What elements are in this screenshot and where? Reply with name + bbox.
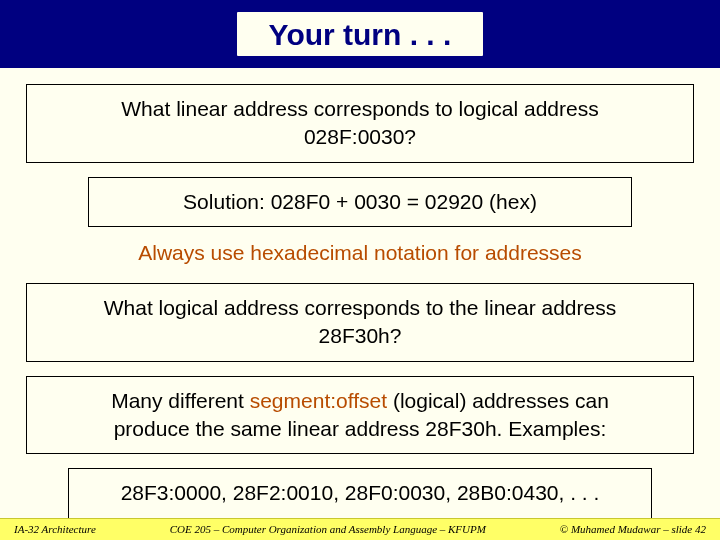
solution-box: Solution: 028F0 + 0030 = 02920 (hex): [88, 177, 632, 227]
solution-text: Solution: 028F0 + 0030 = 02920 (hex): [183, 190, 537, 213]
title-bar: Your turn . . .: [0, 0, 720, 68]
answer-2-line2: produce the same linear address 28F30h. …: [114, 417, 607, 440]
slide-content: What linear address corresponds to logic…: [0, 68, 720, 519]
examples-text: 28F3:0000, 28F2:0010, 28F0:0030, 28B0:04…: [121, 481, 600, 504]
emphasis-note: Always use hexadecimal notation for addr…: [26, 241, 694, 265]
footer-bar: IA-32 Architecture COE 205 – Computer Or…: [0, 518, 720, 540]
footer-center: COE 205 – Computer Organization and Asse…: [96, 523, 560, 535]
examples-box: 28F3:0000, 28F2:0010, 28F0:0030, 28B0:04…: [68, 468, 652, 518]
footer-right: © Muhamed Mudawar – slide 42: [560, 523, 706, 535]
answer-2-part1: Many different: [111, 389, 250, 412]
question-2-line1: What logical address corresponds to the …: [104, 296, 616, 319]
footer-left: IA-32 Architecture: [14, 523, 96, 535]
question-2-line2: 28F30h?: [319, 324, 402, 347]
question-2-box: What logical address corresponds to the …: [26, 283, 694, 362]
answer-2-part2: (logical) addresses can: [387, 389, 609, 412]
question-1-line2: 028F:0030?: [304, 125, 416, 148]
segment-offset-term: segment:offset: [250, 389, 387, 412]
answer-2-box: Many different segment:offset (logical) …: [26, 376, 694, 455]
slide-title: Your turn . . .: [237, 12, 484, 56]
question-1-box: What linear address corresponds to logic…: [26, 84, 694, 163]
question-1-line1: What linear address corresponds to logic…: [121, 97, 598, 120]
